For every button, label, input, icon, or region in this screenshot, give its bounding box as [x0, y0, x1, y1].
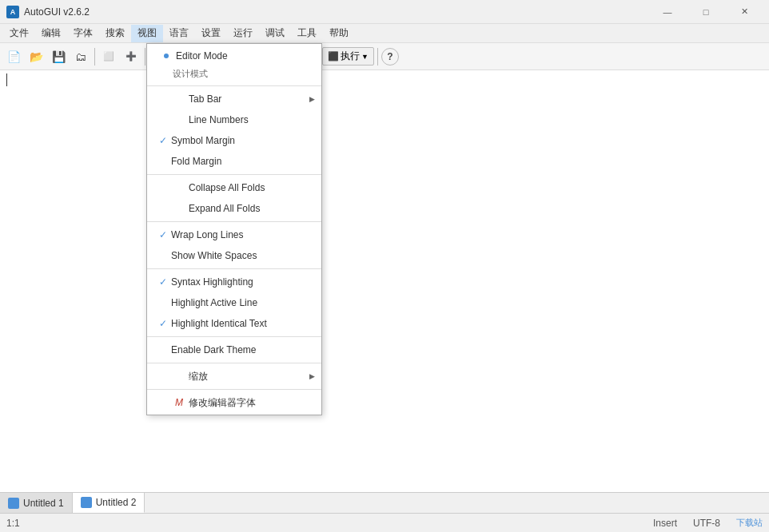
- menu-modify-font[interactable]: M 修改编辑器字体: [147, 392, 321, 413]
- menu-editor-mode[interactable]: Editor Mode: [147, 46, 321, 66]
- editor-cursor: [6, 73, 7, 86]
- watermark-logo: 下载站: [736, 517, 763, 529]
- tab-label-2: Untitled 2: [96, 497, 137, 508]
- encoding-indicator: UTF-8: [693, 518, 720, 529]
- menu-wrap-long-lines[interactable]: ✓ Wrap Long Lines: [147, 224, 321, 245]
- zoom-label: 缩放: [189, 370, 309, 383]
- check-icon-wrap: ✓: [155, 229, 171, 240]
- position-indicator: 1:1: [6, 518, 20, 529]
- menu-enable-dark-theme[interactable]: Enable Dark Theme: [147, 339, 321, 360]
- app-icon: A: [6, 6, 19, 18]
- highlight-identical-text-label: Highlight Identical Text: [171, 318, 309, 329]
- sep-3: [147, 221, 321, 222]
- menu-tab-bar[interactable]: Tab Bar: [147, 89, 321, 109]
- menu-fold-margin[interactable]: Fold Margin: [147, 151, 321, 172]
- toolbar-sep-1: [94, 48, 95, 66]
- font-icon: M: [173, 396, 185, 409]
- titlebar-controls: — □ ✕: [649, 0, 763, 24]
- editor-mode-label: Editor Mode: [176, 50, 309, 62]
- toolbar-copy[interactable]: ⬜: [98, 46, 119, 67]
- execute-button[interactable]: ⬛ 执行 ▼: [322, 47, 374, 66]
- menu-run[interactable]: 运行: [227, 25, 259, 42]
- menu-search[interactable]: 搜索: [99, 25, 131, 42]
- syntax-highlighting-label: Syntax Highlighting: [171, 276, 309, 288]
- sep-7: [147, 389, 321, 390]
- menu-view[interactable]: 视图: [131, 25, 163, 42]
- sep-4: [147, 268, 321, 269]
- menu-expand-all-folds[interactable]: Expand All Folds: [147, 198, 321, 219]
- app-title: AutoGUI v2.6.2: [24, 6, 90, 18]
- sep-5: [147, 336, 321, 337]
- statusbar: 1:1 Insert UTF-8 下载站: [0, 513, 769, 532]
- execute-label: 执行: [341, 50, 360, 63]
- menu-font[interactable]: 字体: [67, 25, 99, 42]
- sep-6: [147, 363, 321, 363]
- design-mode-label[interactable]: 设计模式: [147, 66, 321, 83]
- wrap-long-lines-label: Wrap Long Lines: [171, 229, 309, 240]
- minimize-button[interactable]: —: [649, 0, 686, 24]
- menu-help[interactable]: 帮助: [323, 25, 355, 42]
- modify-font-label: 修改编辑器字体: [189, 396, 309, 410]
- view-dropdown-menu: Editor Mode 设计模式 Tab Bar Line Numbers ✓ …: [146, 43, 322, 415]
- toolbar-new2[interactable]: ➕: [121, 46, 141, 67]
- tab-untitled-1[interactable]: Untitled 1: [0, 493, 73, 513]
- toolbar-sep-6: [377, 48, 378, 66]
- menu-zoom[interactable]: 缩放: [147, 366, 321, 387]
- close-button[interactable]: ✕: [726, 0, 763, 24]
- expand-all-folds-label: Expand All Folds: [189, 203, 309, 214]
- menu-debug[interactable]: 调试: [259, 25, 291, 42]
- statusbar-right: Insert UTF-8 下载站: [653, 517, 763, 529]
- menu-symbol-margin[interactable]: ✓ Symbol Margin: [147, 130, 321, 151]
- collapse-all-folds-label: Collapse All Folds: [189, 182, 309, 193]
- menu-edit[interactable]: 编辑: [35, 25, 67, 42]
- maximize-button[interactable]: □: [687, 0, 724, 24]
- menu-tools[interactable]: 工具: [291, 25, 323, 42]
- toolbar: 📄 📂 💾 🗂 ⬜ ➕ ✂ 🔧 📋 ⬛ 💡 ☰ ▶ ⬛ 执行 ▼ ?: [0, 43, 769, 70]
- tab-icon-1: [8, 498, 19, 509]
- line-numbers-label: Line Numbers: [189, 114, 309, 125]
- highlight-active-line-label: Highlight Active Line: [171, 297, 309, 308]
- check-icon-identical: ✓: [155, 318, 171, 329]
- menu-file[interactable]: 文件: [3, 25, 35, 42]
- tab-untitled-2[interactable]: Untitled 2: [73, 493, 145, 513]
- toolbar-sep-2: [145, 48, 145, 66]
- menu-syntax-highlighting[interactable]: ✓ Syntax Highlighting: [147, 272, 321, 292]
- menubar: 文件 编辑 字体 搜索 视图 语言 设置 运行 调试 工具 帮助: [0, 24, 769, 43]
- check-icon-symbol-margin: ✓: [155, 135, 171, 146]
- menu-line-numbers[interactable]: Line Numbers: [147, 109, 321, 130]
- toolbar-open[interactable]: 📂: [26, 46, 46, 67]
- menu-highlight-active-line[interactable]: Highlight Active Line: [147, 292, 321, 313]
- toolbar-new[interactable]: 📄: [3, 46, 24, 67]
- enable-dark-theme-label: Enable Dark Theme: [171, 344, 309, 355]
- tab-label-1: Untitled 1: [23, 498, 64, 509]
- titlebar-left: A AutoGUI v2.6.2: [6, 6, 90, 18]
- mode-indicator: Insert: [653, 518, 677, 529]
- menu-language[interactable]: 语言: [163, 25, 195, 42]
- sep-1: [147, 85, 321, 86]
- sep-2: [147, 174, 321, 175]
- bullet-icon: [160, 50, 173, 62]
- show-white-spaces-label: Show White Spaces: [171, 250, 309, 261]
- help-button[interactable]: ?: [381, 48, 399, 66]
- toolbar-save[interactable]: 💾: [48, 46, 69, 67]
- titlebar: A AutoGUI v2.6.2 — □ ✕: [0, 0, 769, 24]
- tabbar: Untitled 1 Untitled 2: [0, 492, 769, 513]
- tab-bar-label: Tab Bar: [189, 93, 309, 105]
- menu-settings[interactable]: 设置: [195, 25, 227, 42]
- symbol-margin-label: Symbol Margin: [171, 135, 309, 146]
- menu-highlight-identical-text[interactable]: ✓ Highlight Identical Text: [147, 313, 321, 334]
- editor-area[interactable]: [0, 70, 769, 492]
- menu-collapse-all-folds[interactable]: Collapse All Folds: [147, 177, 321, 198]
- menu-show-white-spaces[interactable]: Show White Spaces: [147, 245, 321, 266]
- fold-margin-label: Fold Margin: [171, 156, 309, 167]
- check-icon-syntax: ✓: [155, 276, 171, 288]
- toolbar-save-all[interactable]: 🗂: [70, 46, 91, 67]
- tab-icon-2: [81, 497, 92, 508]
